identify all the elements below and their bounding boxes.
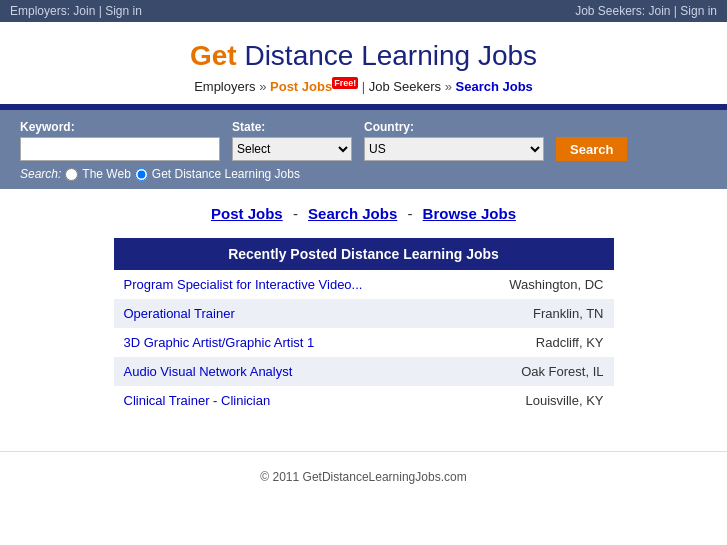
jobs-list-row: Operational Trainer Franklin, TN xyxy=(114,299,614,328)
jobs-list: Program Specialist for Interactive Video… xyxy=(114,270,614,415)
job-location: Louisville, KY xyxy=(525,393,603,408)
jobs-list-row: Program Specialist for Interactive Video… xyxy=(114,270,614,299)
job-title: Operational Trainer xyxy=(124,306,235,321)
job-location: Radcliff, KY xyxy=(536,335,604,350)
keyword-field: Keyword: xyxy=(20,120,220,161)
job-title: Program Specialist for Interactive Video… xyxy=(124,277,363,292)
scope-web-radio[interactable] xyxy=(65,168,78,181)
top-nav: Employers: Join | Sign in Job Seekers: J… xyxy=(0,0,727,22)
keyword-label: Keyword: xyxy=(20,120,220,134)
scope-site-label: Get Distance Learning Jobs xyxy=(152,167,300,181)
post-jobs-main-link[interactable]: Post Jobs xyxy=(211,205,283,222)
search-jobs-main-link[interactable]: Search Jobs xyxy=(308,205,397,222)
search-row: Keyword: State: SelectALAKAZARCACOCTDEFL… xyxy=(20,120,707,161)
search-jobs-header-link[interactable]: Search Jobs xyxy=(456,79,533,94)
jobseekers-label: Job Seekers xyxy=(369,79,441,94)
employer-nav[interactable]: Employers: Join | Sign in xyxy=(10,4,142,18)
job-title: Clinical Trainer - Clinician xyxy=(124,393,271,408)
jobseeker-nav[interactable]: Job Seekers: Join | Sign in xyxy=(575,4,717,18)
job-location: Washington, DC xyxy=(509,277,603,292)
state-label: State: xyxy=(232,120,352,134)
jobs-list-row: 3D Graphic Artist/Graphic Artist 1 Radcl… xyxy=(114,328,614,357)
job-title-link[interactable]: Clinical Trainer - Clinician xyxy=(124,393,271,408)
footer-text: © 2011 GetDistanceLearningJobs.com xyxy=(260,470,466,484)
job-title-link[interactable]: 3D Graphic Artist/Graphic Artist 1 xyxy=(124,335,315,350)
employers-label: Employers xyxy=(194,79,255,94)
job-location: Franklin, TN xyxy=(533,306,604,321)
site-header: Get Distance Learning Jobs Employers » P… xyxy=(0,22,727,104)
post-jobs-link[interactable]: Post JobsFree! xyxy=(270,79,362,94)
jobs-section-header: Recently Posted Distance Learning Jobs xyxy=(114,238,614,270)
job-title-link[interactable]: Audio Visual Network Analyst xyxy=(124,364,293,379)
search-area: Keyword: State: SelectALAKAZARCACOCTDEFL… xyxy=(0,110,727,189)
keyword-input[interactable] xyxy=(20,137,220,161)
browse-jobs-main-link[interactable]: Browse Jobs xyxy=(423,205,516,222)
job-title-link[interactable]: Operational Trainer xyxy=(124,306,235,321)
jobs-list-row: Audio Visual Network Analyst Oak Forest,… xyxy=(114,357,614,386)
scope-site-radio[interactable] xyxy=(135,168,148,181)
title-rest: Distance Learning Jobs xyxy=(237,40,537,71)
main-content: Post Jobs - Search Jobs - Browse Jobs Re… xyxy=(0,189,727,431)
main-links: Post Jobs - Search Jobs - Browse Jobs xyxy=(50,205,677,222)
title-get: Get xyxy=(190,40,237,71)
search-button[interactable]: Search xyxy=(556,137,627,161)
job-location: Oak Forest, IL xyxy=(521,364,603,379)
country-select[interactable]: USCAUKAU xyxy=(364,137,544,161)
country-field: Country: USCAUKAU xyxy=(364,120,544,161)
header-links: Employers » Post JobsFree! | Job Seekers… xyxy=(10,78,717,94)
footer: © 2011 GetDistanceLearningJobs.com xyxy=(0,451,727,502)
free-badge: Free! xyxy=(332,77,358,89)
state-field: State: SelectALAKAZARCACOCTDEFLGAHIIDILI… xyxy=(232,120,352,161)
search-scope: Search: The Web Get Distance Learning Jo… xyxy=(20,167,707,181)
scope-web-label: The Web xyxy=(82,167,130,181)
country-label: Country: xyxy=(364,120,544,134)
job-title-link[interactable]: Program Specialist for Interactive Video… xyxy=(124,277,363,292)
jobs-list-row: Clinical Trainer - Clinician Louisville,… xyxy=(114,386,614,415)
state-select[interactable]: SelectALAKAZARCACOCTDEFLGAHIIDILINIAKSKY… xyxy=(232,137,352,161)
jobs-section: Recently Posted Distance Learning Jobs P… xyxy=(114,238,614,415)
job-title: 3D Graphic Artist/Graphic Artist 1 xyxy=(124,335,315,350)
job-title: Audio Visual Network Analyst xyxy=(124,364,293,379)
scope-label: Search: xyxy=(20,167,61,181)
site-title: Get Distance Learning Jobs xyxy=(10,40,717,72)
